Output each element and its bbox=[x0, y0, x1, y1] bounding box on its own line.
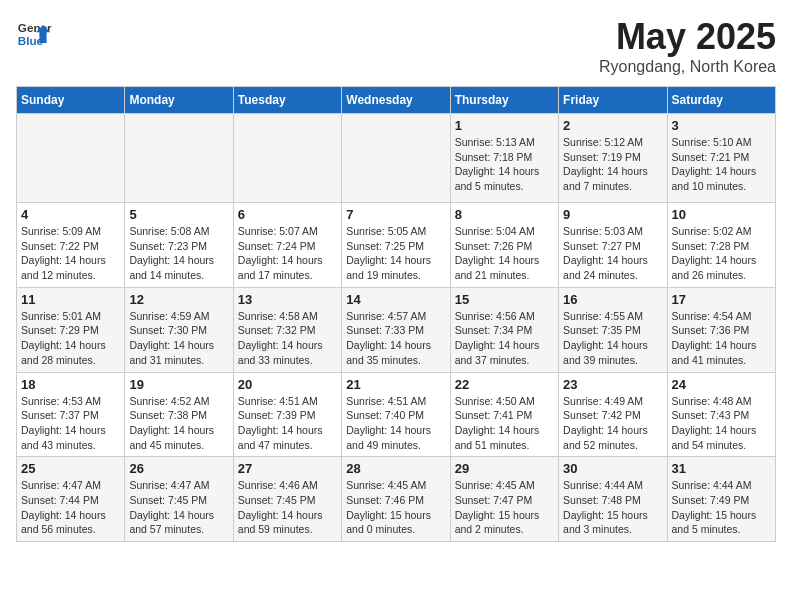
header-monday: Monday bbox=[125, 87, 233, 114]
calendar-cell bbox=[17, 114, 125, 203]
cell-info: Sunrise: 5:12 AM Sunset: 7:19 PM Dayligh… bbox=[563, 135, 662, 194]
cell-info: Sunrise: 4:47 AM Sunset: 7:44 PM Dayligh… bbox=[21, 478, 120, 537]
calendar-cell: 12Sunrise: 4:59 AM Sunset: 7:30 PM Dayli… bbox=[125, 287, 233, 372]
day-number: 19 bbox=[129, 377, 228, 392]
day-number: 17 bbox=[672, 292, 771, 307]
calendar-cell: 1Sunrise: 5:13 AM Sunset: 7:18 PM Daylig… bbox=[450, 114, 558, 203]
calendar-cell: 29Sunrise: 4:45 AM Sunset: 7:47 PM Dayli… bbox=[450, 457, 558, 542]
cell-info: Sunrise: 4:44 AM Sunset: 7:49 PM Dayligh… bbox=[672, 478, 771, 537]
day-number: 23 bbox=[563, 377, 662, 392]
cell-info: Sunrise: 4:45 AM Sunset: 7:47 PM Dayligh… bbox=[455, 478, 554, 537]
calendar-week-3: 11Sunrise: 5:01 AM Sunset: 7:29 PM Dayli… bbox=[17, 287, 776, 372]
cell-info: Sunrise: 4:58 AM Sunset: 7:32 PM Dayligh… bbox=[238, 309, 337, 368]
calendar-cell: 17Sunrise: 4:54 AM Sunset: 7:36 PM Dayli… bbox=[667, 287, 775, 372]
calendar-cell: 26Sunrise: 4:47 AM Sunset: 7:45 PM Dayli… bbox=[125, 457, 233, 542]
cell-info: Sunrise: 5:05 AM Sunset: 7:25 PM Dayligh… bbox=[346, 224, 445, 283]
calendar-cell: 14Sunrise: 4:57 AM Sunset: 7:33 PM Dayli… bbox=[342, 287, 450, 372]
cell-info: Sunrise: 4:55 AM Sunset: 7:35 PM Dayligh… bbox=[563, 309, 662, 368]
calendar-cell: 22Sunrise: 4:50 AM Sunset: 7:41 PM Dayli… bbox=[450, 372, 558, 457]
calendar-cell bbox=[342, 114, 450, 203]
cell-info: Sunrise: 5:08 AM Sunset: 7:23 PM Dayligh… bbox=[129, 224, 228, 283]
calendar-table: SundayMondayTuesdayWednesdayThursdayFrid… bbox=[16, 86, 776, 542]
calendar-week-2: 4Sunrise: 5:09 AM Sunset: 7:22 PM Daylig… bbox=[17, 203, 776, 288]
calendar-cell: 6Sunrise: 5:07 AM Sunset: 7:24 PM Daylig… bbox=[233, 203, 341, 288]
calendar-cell: 9Sunrise: 5:03 AM Sunset: 7:27 PM Daylig… bbox=[559, 203, 667, 288]
header-saturday: Saturday bbox=[667, 87, 775, 114]
calendar-cell: 18Sunrise: 4:53 AM Sunset: 7:37 PM Dayli… bbox=[17, 372, 125, 457]
cell-info: Sunrise: 4:44 AM Sunset: 7:48 PM Dayligh… bbox=[563, 478, 662, 537]
day-number: 22 bbox=[455, 377, 554, 392]
day-number: 25 bbox=[21, 461, 120, 476]
day-number: 5 bbox=[129, 207, 228, 222]
calendar-cell: 16Sunrise: 4:55 AM Sunset: 7:35 PM Dayli… bbox=[559, 287, 667, 372]
day-number: 20 bbox=[238, 377, 337, 392]
cell-info: Sunrise: 5:10 AM Sunset: 7:21 PM Dayligh… bbox=[672, 135, 771, 194]
day-number: 12 bbox=[129, 292, 228, 307]
day-number: 29 bbox=[455, 461, 554, 476]
calendar-cell: 27Sunrise: 4:46 AM Sunset: 7:45 PM Dayli… bbox=[233, 457, 341, 542]
day-number: 1 bbox=[455, 118, 554, 133]
logo: General Blue bbox=[16, 16, 52, 52]
day-number: 26 bbox=[129, 461, 228, 476]
day-number: 14 bbox=[346, 292, 445, 307]
header-thursday: Thursday bbox=[450, 87, 558, 114]
day-number: 8 bbox=[455, 207, 554, 222]
calendar-cell: 2Sunrise: 5:12 AM Sunset: 7:19 PM Daylig… bbox=[559, 114, 667, 203]
cell-info: Sunrise: 5:01 AM Sunset: 7:29 PM Dayligh… bbox=[21, 309, 120, 368]
calendar-cell: 8Sunrise: 5:04 AM Sunset: 7:26 PM Daylig… bbox=[450, 203, 558, 288]
cell-info: Sunrise: 4:48 AM Sunset: 7:43 PM Dayligh… bbox=[672, 394, 771, 453]
cell-info: Sunrise: 4:46 AM Sunset: 7:45 PM Dayligh… bbox=[238, 478, 337, 537]
header-wednesday: Wednesday bbox=[342, 87, 450, 114]
calendar-week-4: 18Sunrise: 4:53 AM Sunset: 7:37 PM Dayli… bbox=[17, 372, 776, 457]
cell-info: Sunrise: 5:03 AM Sunset: 7:27 PM Dayligh… bbox=[563, 224, 662, 283]
calendar-cell: 11Sunrise: 5:01 AM Sunset: 7:29 PM Dayli… bbox=[17, 287, 125, 372]
cell-info: Sunrise: 5:13 AM Sunset: 7:18 PM Dayligh… bbox=[455, 135, 554, 194]
cell-info: Sunrise: 4:54 AM Sunset: 7:36 PM Dayligh… bbox=[672, 309, 771, 368]
calendar-cell: 23Sunrise: 4:49 AM Sunset: 7:42 PM Dayli… bbox=[559, 372, 667, 457]
calendar-cell: 15Sunrise: 4:56 AM Sunset: 7:34 PM Dayli… bbox=[450, 287, 558, 372]
calendar-cell bbox=[125, 114, 233, 203]
day-number: 31 bbox=[672, 461, 771, 476]
header-sunday: Sunday bbox=[17, 87, 125, 114]
day-number: 13 bbox=[238, 292, 337, 307]
calendar-cell: 10Sunrise: 5:02 AM Sunset: 7:28 PM Dayli… bbox=[667, 203, 775, 288]
cell-info: Sunrise: 4:45 AM Sunset: 7:46 PM Dayligh… bbox=[346, 478, 445, 537]
logo-icon: General Blue bbox=[16, 16, 52, 52]
calendar-cell: 31Sunrise: 4:44 AM Sunset: 7:49 PM Dayli… bbox=[667, 457, 775, 542]
calendar-cell: 21Sunrise: 4:51 AM Sunset: 7:40 PM Dayli… bbox=[342, 372, 450, 457]
cell-info: Sunrise: 4:49 AM Sunset: 7:42 PM Dayligh… bbox=[563, 394, 662, 453]
calendar-cell: 7Sunrise: 5:05 AM Sunset: 7:25 PM Daylig… bbox=[342, 203, 450, 288]
day-number: 9 bbox=[563, 207, 662, 222]
cell-info: Sunrise: 4:59 AM Sunset: 7:30 PM Dayligh… bbox=[129, 309, 228, 368]
calendar-cell: 3Sunrise: 5:10 AM Sunset: 7:21 PM Daylig… bbox=[667, 114, 775, 203]
day-number: 4 bbox=[21, 207, 120, 222]
header-tuesday: Tuesday bbox=[233, 87, 341, 114]
day-number: 21 bbox=[346, 377, 445, 392]
cell-info: Sunrise: 5:04 AM Sunset: 7:26 PM Dayligh… bbox=[455, 224, 554, 283]
day-number: 6 bbox=[238, 207, 337, 222]
calendar-week-1: 1Sunrise: 5:13 AM Sunset: 7:18 PM Daylig… bbox=[17, 114, 776, 203]
cell-info: Sunrise: 5:02 AM Sunset: 7:28 PM Dayligh… bbox=[672, 224, 771, 283]
day-number: 3 bbox=[672, 118, 771, 133]
day-number: 7 bbox=[346, 207, 445, 222]
cell-info: Sunrise: 4:56 AM Sunset: 7:34 PM Dayligh… bbox=[455, 309, 554, 368]
calendar-cell: 25Sunrise: 4:47 AM Sunset: 7:44 PM Dayli… bbox=[17, 457, 125, 542]
calendar-cell: 5Sunrise: 5:08 AM Sunset: 7:23 PM Daylig… bbox=[125, 203, 233, 288]
cell-info: Sunrise: 5:09 AM Sunset: 7:22 PM Dayligh… bbox=[21, 224, 120, 283]
calendar-week-5: 25Sunrise: 4:47 AM Sunset: 7:44 PM Dayli… bbox=[17, 457, 776, 542]
cell-info: Sunrise: 4:51 AM Sunset: 7:40 PM Dayligh… bbox=[346, 394, 445, 453]
main-title: May 2025 bbox=[599, 16, 776, 58]
day-number: 27 bbox=[238, 461, 337, 476]
calendar-cell: 13Sunrise: 4:58 AM Sunset: 7:32 PM Dayli… bbox=[233, 287, 341, 372]
svg-text:General: General bbox=[18, 21, 52, 34]
cell-info: Sunrise: 4:51 AM Sunset: 7:39 PM Dayligh… bbox=[238, 394, 337, 453]
day-number: 18 bbox=[21, 377, 120, 392]
subtitle: Ryongdang, North Korea bbox=[599, 58, 776, 76]
day-number: 2 bbox=[563, 118, 662, 133]
cell-info: Sunrise: 4:52 AM Sunset: 7:38 PM Dayligh… bbox=[129, 394, 228, 453]
calendar-cell: 30Sunrise: 4:44 AM Sunset: 7:48 PM Dayli… bbox=[559, 457, 667, 542]
cell-info: Sunrise: 5:07 AM Sunset: 7:24 PM Dayligh… bbox=[238, 224, 337, 283]
day-number: 28 bbox=[346, 461, 445, 476]
day-number: 30 bbox=[563, 461, 662, 476]
cell-info: Sunrise: 4:50 AM Sunset: 7:41 PM Dayligh… bbox=[455, 394, 554, 453]
